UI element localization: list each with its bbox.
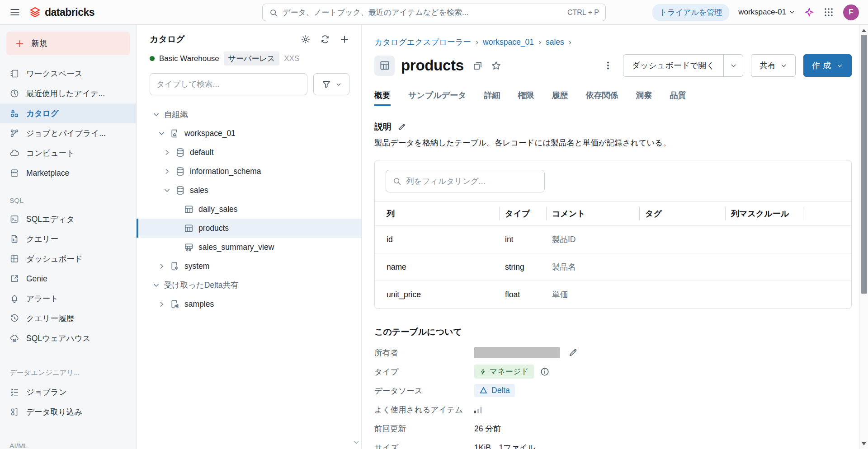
global-search-input[interactable] [283,8,563,17]
kebab-menu-icon[interactable] [603,60,613,71]
scrollbar-down-arrow[interactable] [860,440,868,447]
open-in-dashboard-dropdown[interactable] [723,55,743,76]
column-comment-cell: 製品名 [547,253,640,281]
column-comment-cell: 製品ID [547,226,640,253]
tree-item-sales[interactable]: sales [137,181,361,200]
vertical-scrollbar[interactable] [859,25,868,449]
chevron-down-icon[interactable] [163,187,171,194]
refresh-icon[interactable] [320,34,330,44]
tab-history[interactable]: 履歴 [552,90,568,106]
workspace-selector[interactable]: workspace-01 [738,8,795,17]
tree-item-default[interactable]: default [137,143,361,162]
add-icon[interactable] [340,34,349,44]
panel-resize-handle[interactable] [352,438,360,446]
manage-trial-button[interactable]: トライアルを管理 [652,4,729,21]
sidebar-section-ai-ml: AI/ML [0,422,136,449]
sidebar-item-alerts[interactable]: アラート [0,289,136,309]
history-icon [9,313,19,323]
create-button[interactable]: 作成 [803,54,852,77]
user-avatar[interactable]: F [843,5,859,20]
chevron-right-icon[interactable] [163,168,171,175]
edit-pencil-icon[interactable] [397,122,406,132]
sidebar-item-dashboards[interactable]: ダッシュボード [0,249,136,269]
databricks-logo[interactable]: databricks [29,6,94,19]
copy-icon[interactable] [472,60,483,71]
catalog-search-field[interactable] [150,73,307,95]
sidebar-item-jobs-pipelines[interactable]: ジョブとパイプライ... [0,123,136,143]
chevron-down-icon[interactable] [152,281,160,289]
tab-quality[interactable]: 品質 [670,90,686,106]
breadcrumb-workspace-01[interactable]: workspace_01 [483,37,534,47]
size-row: サイズ 1KiB、1ファイル [374,438,852,449]
open-in-dashboard-button[interactable]: ダッシュボードで開く [623,54,743,77]
tab-details[interactable]: 詳細 [484,90,500,106]
tab-sample-data[interactable]: サンプルデータ [408,90,467,106]
sidebar-item-query-history[interactable]: クエリー履歴 [0,309,136,328]
delta-badge[interactable]: Delta [474,384,515,397]
chevron-right-icon[interactable] [158,262,165,270]
owner-label: 所有者 [374,347,474,358]
breadcrumb-sales[interactable]: sales [546,37,564,47]
sidebar-item-genie[interactable]: Genie [0,269,136,289]
gear-icon[interactable] [301,34,311,44]
sidebar-item-label: ジョブとパイプライ... [26,128,106,139]
about-table-section: 所有者 タイプ マネージド データソース Delta よく [374,343,852,449]
chevron-down-icon[interactable] [152,111,160,118]
catalog-search-input[interactable] [156,80,301,89]
tree-item-information-schema[interactable]: information_schema [137,162,361,181]
last-updated-row: 前回更新 26 分前 [374,419,852,438]
sidebar-item-compute[interactable]: コンピュート [0,143,136,163]
chevron-down-icon[interactable] [158,130,165,137]
tab-lineage[interactable]: 依存関係 [586,90,618,106]
sidebar-item-recents[interactable]: 最近使用したアイテ... [0,84,136,103]
sidebar-item-marketplace[interactable]: Marketplace [0,163,136,183]
chevron-right-icon[interactable] [158,300,165,308]
filter-button[interactable] [313,73,349,95]
open-in-dashboard-label: ダッシュボードで開く [623,60,723,71]
table-row-id[interactable]: id int 製品ID [375,226,851,253]
sidebar-item-queries[interactable]: クエリー [0,229,136,249]
hamburger-menu-icon[interactable] [9,6,21,18]
global-search-bar[interactable]: CTRL + P [262,4,606,21]
tree-item-workspace-01[interactable]: workspace_01 [137,124,361,143]
sidebar-item-sql-editor[interactable]: SQLエディタ [0,209,136,229]
catalog-icon [170,128,180,139]
table-row-unit-price[interactable]: unit_price float 単価 [375,281,851,309]
edit-pencil-icon[interactable] [568,348,578,358]
chevron-right-icon[interactable] [163,149,171,156]
sidebar-item-data-ingestion[interactable]: データ取り込み [0,402,136,422]
sidebar-item-label: データ取り込み [26,407,82,417]
scrollbar-up-arrow[interactable] [860,27,868,34]
tree-item-own-org[interactable]: 自組織 [137,105,361,124]
sidebar-item-catalog[interactable]: カタログ [0,103,136,123]
sidebar-item-job-runs[interactable]: ジョブラン [0,382,136,402]
sidebar-item-label: アラート [26,293,58,304]
scrollbar-thumb[interactable] [861,35,867,294]
assistant-sparkle-icon[interactable] [804,7,814,17]
tab-insights[interactable]: 洞察 [636,90,652,106]
tree-item-products-selected[interactable]: products [137,219,361,238]
tree-item-sales-summary-view[interactable]: sales_summary_view [137,238,361,257]
schema-icon [175,147,185,158]
app-switcher-grid-icon[interactable] [823,7,834,18]
info-icon[interactable] [540,367,550,377]
bell-icon [9,294,19,304]
sidebar-item-workspace[interactable]: ワークスペース [0,64,136,84]
column-filter-input[interactable] [406,177,538,186]
column-filter-field[interactable] [386,170,545,192]
star-icon[interactable] [491,60,502,71]
tree-item-system[interactable]: system [137,257,361,276]
description-text: 製品データを格納したテーブル。各レコードには製品名と単価が記録されている。 [374,137,852,148]
sidebar-item-label: クエリー履歴 [26,313,74,324]
tree-item-daily-sales[interactable]: daily_sales [137,200,361,219]
sidebar-item-sql-warehouses[interactable]: SQLウェアハウス [0,328,136,348]
share-button[interactable]: 共有 [751,54,796,77]
table-row-name[interactable]: name string 製品名 [375,253,851,281]
new-button[interactable]: 新規 [6,32,130,55]
warehouse-status-row[interactable]: Basic Warehouse サーバーレス XXS [137,45,361,70]
tree-item-delta-shares[interactable]: 受け取ったDelta共有 [137,276,361,295]
tab-permissions[interactable]: 権限 [518,90,534,106]
breadcrumb-catalog-explorer[interactable]: カタログエクスプローラー [374,37,471,47]
tab-overview[interactable]: 概要 [374,90,391,106]
tree-item-samples[interactable]: samples [137,295,361,313]
